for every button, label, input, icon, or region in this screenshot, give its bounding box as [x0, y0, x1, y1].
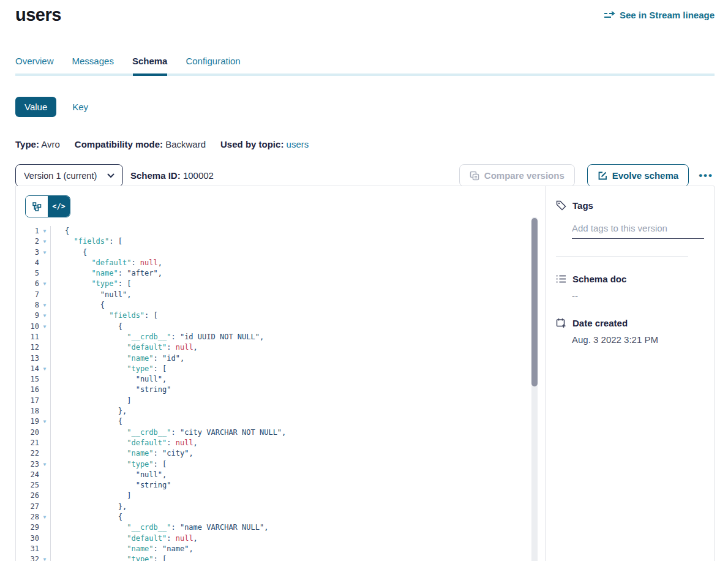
code-line: 24"null", [16, 470, 545, 480]
fold-spacer [39, 502, 50, 512]
code-text: { [50, 512, 545, 522]
schema-doc-value: -- [572, 290, 704, 301]
code-text: ] [50, 396, 545, 406]
code-line: 15"null", [16, 374, 545, 385]
tag-icon [556, 200, 566, 211]
fold-spacer [39, 342, 50, 353]
fold-spacer [39, 491, 50, 501]
code-text: { [50, 322, 545, 332]
topic-link[interactable]: users [287, 139, 309, 149]
type-value: Avro [41, 139, 60, 149]
evolve-schema-label: Evolve schema [612, 170, 678, 181]
code-line: 5"name": "after", [16, 268, 545, 279]
code-scrollbar-thumb[interactable] [531, 218, 538, 386]
stream-lineage-label: See in Stream lineage [620, 10, 715, 20]
line-number: 5 [16, 268, 39, 279]
line-number: 18 [16, 406, 39, 416]
more-actions-button[interactable]: ••• [697, 167, 715, 184]
evolve-schema-button[interactable]: Evolve schema [587, 164, 689, 187]
code-view-button[interactable]: </> [48, 196, 70, 217]
fold-arrow-icon[interactable]: ▼ [39, 226, 50, 236]
fold-arrow-icon[interactable]: ▼ [39, 300, 50, 311]
tab-overview[interactable]: Overview [15, 56, 54, 73]
code-line: 14▼"type": [ [16, 364, 545, 374]
code-text: "type": [ [50, 279, 545, 289]
code-line: 22"name": "city", [16, 448, 545, 459]
compatibility-value: Backward [165, 139, 206, 149]
add-tags-input[interactable] [572, 223, 704, 239]
fold-arrow-icon[interactable]: ▼ [39, 236, 50, 247]
fold-arrow-icon[interactable]: ▼ [39, 459, 50, 470]
fold-arrow-icon[interactable]: ▼ [39, 554, 50, 561]
code-line: 20"__crdb__": "city VARCHAR NOT NULL", [16, 427, 545, 438]
fold-arrow-icon[interactable]: ▼ [39, 322, 50, 332]
see-in-stream-lineage-link[interactable]: See in Stream lineage [604, 10, 715, 20]
line-number: 11 [16, 332, 39, 342]
code-line: 32▼"type": [ [16, 554, 545, 561]
line-number: 20 [16, 427, 39, 438]
fold-spacer [39, 438, 50, 448]
line-number: 25 [16, 480, 39, 491]
compare-icon [470, 171, 479, 181]
version-select[interactable]: Version 1 (current) [15, 164, 123, 187]
line-number: 9 [16, 311, 39, 321]
date-created-section: Date created Aug. 3 2022 3:21 PM [556, 318, 704, 345]
type-label: Type: [15, 139, 39, 149]
active-tab-indicator [133, 73, 167, 76]
tab-bar: Overview Messages Schema Configuration [15, 56, 715, 73]
fold-arrow-icon[interactable]: ▼ [39, 279, 50, 289]
code-text: "type": [ [50, 459, 545, 470]
code-text: "name": "name", [50, 544, 545, 554]
sidebar-divider [556, 256, 688, 257]
code-lines: 1▼{2▼"fields": [3▼{4"default": null,5"na… [16, 226, 545, 561]
code-line: 27}, [16, 502, 545, 512]
code-scrollbar-track[interactable] [531, 217, 538, 561]
edit-icon [598, 171, 607, 181]
tab-messages[interactable]: Messages [72, 56, 114, 73]
code-line: 31"name": "name", [16, 544, 545, 554]
key-toggle-button[interactable]: Key [72, 102, 88, 112]
code-text: "type": [ [50, 364, 545, 374]
code-text: }, [50, 406, 545, 416]
tab-schema[interactable]: Schema [132, 56, 168, 73]
schema-doc-header: Schema doc [556, 274, 704, 284]
code-line: 16"string" [16, 385, 545, 395]
code-text: "type": [ [50, 554, 545, 561]
tab-configuration[interactable]: Configuration [186, 56, 240, 73]
schema-sidebar: Tags Schema do [546, 186, 714, 561]
schema-meta-row: Type: Avro Compatibility mode: Backward … [15, 139, 715, 149]
code-text: "default": null, [50, 438, 545, 448]
code-text: "__crdb__": "city VARCHAR NOT NULL", [50, 427, 545, 438]
tree-view-icon [32, 202, 42, 211]
code-text: "string" [50, 480, 545, 491]
line-number: 30 [16, 533, 39, 544]
value-toggle-button[interactable]: Value [15, 97, 56, 117]
page-header: users See in Stream lineage [15, 0, 715, 25]
fold-arrow-icon[interactable]: ▼ [39, 311, 50, 321]
code-text: "null", [50, 374, 545, 385]
line-number: 27 [16, 502, 39, 512]
used-by-topic-label: Used by topic: [220, 139, 283, 149]
schema-controls-row: Version 1 (current) Schema ID: 100002 [15, 164, 715, 187]
code-line: 6▼"type": [ [16, 279, 545, 289]
line-number: 8 [16, 300, 39, 311]
schema-view-toggle: </> [25, 195, 70, 217]
line-number: 12 [16, 342, 39, 353]
fold-arrow-icon[interactable]: ▼ [39, 364, 50, 374]
page-title: users [15, 5, 61, 25]
code-text: "null", [50, 290, 545, 300]
code-line: 11"__crdb__": "id UUID NOT NULL", [16, 332, 545, 342]
fold-arrow-icon[interactable]: ▼ [39, 416, 50, 427]
line-number: 10 [16, 322, 39, 332]
compare-versions-button[interactable]: Compare versions [459, 164, 575, 187]
line-number: 3 [16, 247, 39, 258]
line-number: 26 [16, 491, 39, 501]
code-line: 29"__crdb__": "name VARCHAR NULL", [16, 522, 545, 533]
fold-arrow-icon[interactable]: ▼ [39, 512, 50, 522]
fold-spacer [39, 448, 50, 459]
fold-spacer [39, 533, 50, 544]
fold-arrow-icon[interactable]: ▼ [39, 247, 50, 258]
tree-view-button[interactable] [26, 196, 48, 217]
code-text: { [50, 300, 545, 311]
code-text: "fields": [ [50, 311, 545, 321]
